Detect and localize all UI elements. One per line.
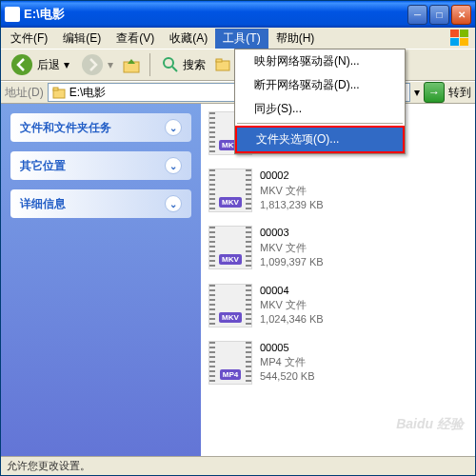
forward-icon — [81, 53, 104, 76]
window-icon — [5, 7, 20, 22]
menu-edit[interactable]: 编辑(E) — [55, 29, 109, 49]
file-size: 1,813,239 KB — [260, 198, 324, 212]
file-list[interactable]: MKV00001MKV 文件1,313,869 KBMKV00002MKV 文件… — [201, 104, 475, 456]
panel-header[interactable]: 详细信息 ⌄ — [10, 189, 191, 218]
file-type: MKV 文件 — [260, 184, 324, 198]
folders-icon — [214, 55, 233, 74]
svg-rect-12 — [53, 88, 58, 90]
file-thumbnail: MKV — [208, 169, 252, 212]
titlebar[interactable]: E:\电影 ─ □ ✕ — [1, 1, 475, 28]
svg-line-8 — [172, 67, 177, 71]
search-button[interactable]: 搜索 — [158, 54, 209, 75]
file-info: 00002MKV 文件1,813,239 KB — [260, 169, 324, 212]
panel-header[interactable]: 其它位置 ⌄ — [10, 151, 191, 180]
chevron-down-icon: ⌄ — [165, 157, 182, 174]
menu-disconnect-drive[interactable]: 断开网络驱动器(D)... — [235, 73, 405, 97]
address-label: 地址(D) — [5, 85, 44, 101]
file-badge: MP4 — [220, 369, 241, 380]
file-item[interactable]: MKV00003MKV 文件1,099,397 KB — [208, 226, 467, 269]
address-path: E:\电影 — [69, 85, 107, 101]
file-item[interactable]: MKV00004MKV 文件1,024,346 KB — [208, 284, 467, 327]
tasks-sidebar: 文件和文件夹任务 ⌄ 其它位置 ⌄ 详细信息 ⌄ — [1, 104, 201, 456]
file-type: MKV 文件 — [260, 298, 324, 312]
go-button[interactable]: → — [424, 82, 445, 103]
chevron-down-icon: ▾ — [108, 58, 113, 71]
panel-header[interactable]: 文件和文件夹任务 ⌄ — [10, 113, 191, 142]
file-thumbnail: MKV — [208, 226, 252, 269]
close-button[interactable]: ✕ — [451, 5, 471, 25]
statusbar: 允许您更改设置。 — [1, 456, 475, 475]
watermark: Baidu 经验 — [396, 416, 464, 433]
windows-flag-icon — [450, 30, 469, 47]
svg-point-5 — [82, 54, 103, 75]
file-type: MP4 文件 — [260, 355, 315, 369]
status-text: 允许您更改设置。 — [7, 459, 90, 473]
window-title: E:\电影 — [24, 6, 407, 23]
search-icon — [162, 56, 179, 73]
svg-point-7 — [164, 58, 173, 68]
svg-rect-3 — [460, 38, 468, 46]
file-name: 00003 — [260, 226, 324, 240]
menu-separator — [237, 123, 403, 124]
menu-tools[interactable]: 工具(T) — [215, 29, 268, 49]
go-label[interactable]: 转到 — [448, 85, 471, 101]
forward-button[interactable]: ▾ — [77, 51, 117, 78]
svg-rect-2 — [450, 38, 459, 46]
panel-file-tasks: 文件和文件夹任务 ⌄ — [10, 113, 191, 142]
file-info: 00003MKV 文件1,099,397 KB — [260, 226, 324, 269]
panel-details: 详细信息 ⌄ — [10, 189, 191, 218]
svg-point-4 — [11, 54, 32, 75]
file-thumbnail: MP4 — [208, 341, 252, 385]
file-name: 00004 — [260, 284, 324, 298]
menu-help[interactable]: 帮助(H) — [268, 29, 323, 49]
svg-rect-0 — [450, 30, 459, 37]
file-size: 1,024,346 KB — [260, 312, 324, 327]
menu-file[interactable]: 文件(F) — [3, 29, 55, 49]
file-badge: MKV — [219, 197, 242, 208]
svg-rect-1 — [460, 30, 468, 37]
file-name: 00002 — [260, 169, 324, 183]
file-thumbnail: MKV — [208, 284, 252, 327]
window-controls: ─ □ ✕ — [407, 5, 471, 25]
tools-dropdown: 映射网络驱动器(N)... 断开网络驱动器(D)... 同步(S)... 文件夹… — [234, 49, 406, 154]
file-size: 544,520 KB — [260, 369, 315, 384]
menu-map-drive[interactable]: 映射网络驱动器(N)... — [235, 50, 405, 73]
chevron-down-icon[interactable]: ▾ — [414, 86, 420, 99]
chevron-down-icon: ⌄ — [165, 119, 182, 136]
up-button[interactable] — [121, 54, 142, 75]
back-icon — [10, 53, 33, 76]
file-info: 00005MP4 文件544,520 KB — [260, 341, 315, 385]
maximize-button[interactable]: □ — [429, 5, 449, 25]
file-badge: MKV — [219, 312, 242, 323]
file-name: 00005 — [260, 341, 315, 355]
file-type: MKV 文件 — [260, 241, 324, 255]
svg-rect-10 — [216, 59, 222, 62]
toolbar-separator — [149, 53, 150, 76]
menu-sync[interactable]: 同步(S)... — [235, 97, 405, 121]
folder-icon — [52, 86, 66, 99]
menu-folder-options[interactable]: 文件夹选项(O)... — [237, 128, 403, 151]
highlight-box: 文件夹选项(O)... — [235, 126, 405, 153]
file-item[interactable]: MKV00002MKV 文件1,813,239 KB — [208, 169, 467, 212]
content-area: 文件和文件夹任务 ⌄ 其它位置 ⌄ 详细信息 ⌄ MKV00001MKV 文件1… — [1, 104, 475, 456]
folders-button[interactable] — [213, 54, 234, 75]
file-info: 00004MKV 文件1,024,346 KB — [260, 284, 324, 327]
chevron-down-icon: ⌄ — [165, 195, 182, 212]
menubar: 文件(F) 编辑(E) 查看(V) 收藏(A) 工具(T) 帮助(H) — [1, 28, 475, 49]
file-item[interactable]: MP400005MP4 文件544,520 KB — [208, 341, 467, 385]
menu-view[interactable]: 查看(V) — [109, 29, 162, 49]
chevron-down-icon: ▾ — [64, 58, 69, 71]
file-badge: MKV — [219, 254, 242, 265]
file-size: 1,099,397 KB — [260, 255, 324, 269]
back-button[interactable]: 后退 ▾ — [7, 51, 73, 78]
explorer-window: E:\电影 ─ □ ✕ 文件(F) 编辑(E) 查看(V) 收藏(A) 工具(T… — [0, 0, 476, 476]
panel-other-places: 其它位置 ⌄ — [10, 151, 191, 180]
folder-up-icon — [122, 55, 141, 74]
menu-favorites[interactable]: 收藏(A) — [162, 29, 215, 49]
minimize-button[interactable]: ─ — [407, 5, 427, 25]
